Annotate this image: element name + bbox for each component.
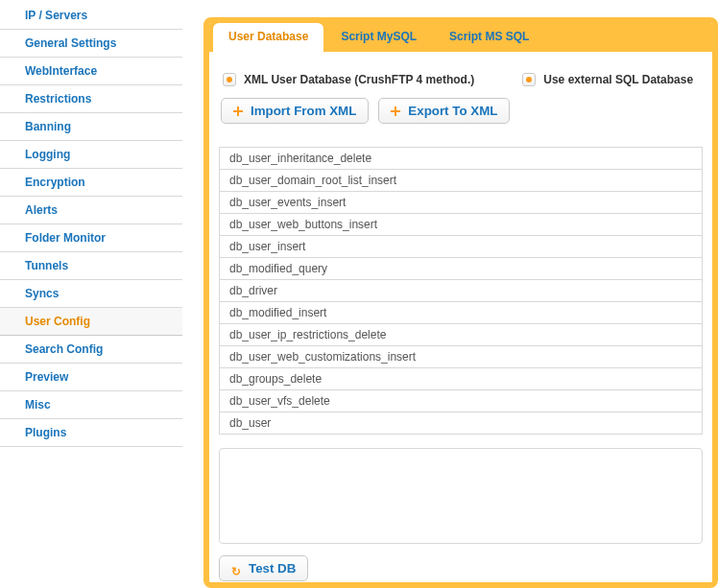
- list-item[interactable]: db_user_web_customizations_insert: [219, 346, 703, 368]
- sidebar-item-label: Encryption: [25, 176, 85, 189]
- sidebar-item-restrictions[interactable]: Restrictions: [0, 85, 182, 113]
- tab-label: Script MySQL: [341, 30, 417, 43]
- radio-dot-icon: [526, 77, 532, 82]
- list-item[interactable]: db_user_insert: [219, 236, 703, 258]
- list-item-label: db_user_ip_restrictions_delete: [229, 328, 386, 341]
- sidebar-item-label: User Config: [25, 315, 90, 328]
- list-item[interactable]: db_driver: [219, 280, 703, 302]
- list-item-label: db_user_inheritance_delete: [229, 152, 371, 165]
- plus-icon: [233, 106, 243, 116]
- sidebar-item-general-settings[interactable]: General Settings: [0, 30, 182, 58]
- import-from-xml-button[interactable]: Import From XML: [221, 98, 369, 124]
- list-item-label: db_modified_insert: [229, 306, 326, 319]
- sidebar-item-label: Search Config: [25, 342, 103, 356]
- db-key-list: db_user_inheritance_delete db_user_domai…: [219, 147, 703, 435]
- sidebar-item-search-config[interactable]: Search Config: [0, 336, 182, 364]
- button-label: Test DB: [249, 561, 296, 576]
- sidebar-item-label: Plugins: [25, 426, 66, 439]
- tab-user-database[interactable]: User Database: [213, 23, 323, 52]
- list-item-label: db_driver: [229, 284, 277, 297]
- sidebar-item-folder-monitor[interactable]: Folder Monitor: [0, 224, 182, 252]
- sidebar-item-misc[interactable]: Misc: [0, 391, 182, 419]
- plus-icon: [391, 106, 400, 116]
- sidebar-item-webinterface[interactable]: WebInterface: [0, 58, 182, 85]
- sidebar-item-plugins[interactable]: Plugins: [0, 419, 182, 447]
- test-db-button[interactable]: Test DB: [219, 555, 308, 581]
- list-item-label: db_user_events_insert: [229, 196, 346, 209]
- tab-label: User Database: [228, 30, 308, 43]
- tab-script-mssql[interactable]: Script MS SQL: [434, 23, 544, 52]
- sidebar-item-label: WebInterface: [25, 64, 97, 78]
- sidebar-item-label: Restrictions: [25, 92, 91, 106]
- query-detail-textarea[interactable]: [219, 448, 703, 544]
- sidebar-item-label: Alerts: [25, 203, 58, 217]
- sidebar-item-label: Misc: [25, 398, 51, 412]
- list-item[interactable]: db_user_inheritance_delete: [219, 148, 703, 170]
- db-mode-radio-group: XML User Database (CrushFTP 4 method.) U…: [219, 73, 703, 86]
- list-item-label: db_groups_delete: [229, 372, 322, 386]
- list-item[interactable]: db_groups_delete: [219, 368, 703, 390]
- list-item-label: db_user_web_buttons_insert: [229, 218, 377, 231]
- button-label: Export To XML: [408, 104, 497, 118]
- sidebar-item-label: General Settings: [25, 36, 116, 50]
- list-item[interactable]: db_user_domain_root_list_insert: [219, 170, 703, 192]
- radio-dot-icon: [227, 77, 232, 82]
- radio-xml-db[interactable]: XML User Database (CrushFTP 4 method.): [223, 73, 474, 86]
- list-item-label: db_user_web_customizations_insert: [229, 350, 416, 364]
- list-item[interactable]: db_user_vfs_delete: [219, 390, 703, 412]
- sidebar-item-syncs[interactable]: Syncs: [0, 280, 182, 308]
- sidebar-item-label: Tunnels: [25, 259, 68, 272]
- radio-icon: [522, 73, 536, 86]
- sidebar-item-banning[interactable]: Banning: [0, 113, 182, 141]
- radio-sql-db[interactable]: Use external SQL Database: [522, 73, 693, 86]
- list-item[interactable]: db_user_events_insert: [219, 192, 703, 214]
- sidebar-item-encryption[interactable]: Encryption: [0, 169, 182, 197]
- tab-script-mysql[interactable]: Script MySQL: [325, 23, 432, 52]
- sidebar-item-label: IP / Servers: [25, 9, 87, 22]
- list-item-label: db_modified_query: [229, 262, 327, 275]
- sidebar-item-tunnels[interactable]: Tunnels: [0, 252, 182, 280]
- sidebar-item-logging[interactable]: Logging: [0, 141, 182, 169]
- refresh-icon: [231, 564, 241, 574]
- sidebar-nav: IP / Servers General Settings WebInterfa…: [0, 0, 182, 588]
- list-item[interactable]: db_user: [219, 412, 703, 435]
- sidebar-item-label: Folder Monitor: [25, 231, 106, 245]
- radio-label: XML User Database (CrushFTP 4 method.): [244, 73, 474, 86]
- sidebar-item-preview[interactable]: Preview: [0, 364, 182, 391]
- sidebar-item-label: Logging: [25, 148, 70, 161]
- radio-label: Use external SQL Database: [543, 73, 693, 86]
- button-label: Import From XML: [251, 104, 356, 118]
- sidebar-item-label: Banning: [25, 120, 71, 133]
- list-item-label: db_user_vfs_delete: [229, 394, 330, 408]
- tab-body: XML User Database (CrushFTP 4 method.) U…: [209, 52, 712, 588]
- sidebar-item-label: Syncs: [25, 287, 59, 300]
- list-item[interactable]: db_modified_insert: [219, 302, 703, 324]
- tab-label: Script MS SQL: [449, 30, 529, 43]
- sidebar-item-user-config[interactable]: User Config: [0, 308, 182, 336]
- list-item-label: db_user_insert: [229, 240, 305, 253]
- xml-action-row: Import From XML Export To XML: [219, 98, 703, 124]
- list-item[interactable]: db_user_ip_restrictions_delete: [219, 324, 703, 346]
- radio-icon: [223, 73, 236, 86]
- list-item-label: db_user_domain_root_list_insert: [229, 174, 396, 187]
- list-item[interactable]: db_modified_query: [219, 258, 703, 280]
- app-root: IP / Servers General Settings WebInterfa…: [0, 0, 718, 588]
- tab-container: User Database Script MySQL Script MS SQL…: [203, 17, 718, 588]
- main-panel: User Database Script MySQL Script MS SQL…: [182, 0, 718, 588]
- sidebar-item-label: Preview: [25, 370, 68, 384]
- sidebar-item-alerts[interactable]: Alerts: [0, 197, 182, 224]
- list-item[interactable]: db_user_web_buttons_insert: [219, 214, 703, 236]
- tab-bar: User Database Script MySQL Script MS SQL: [209, 23, 712, 52]
- list-item-label: db_user: [229, 416, 271, 430]
- export-to-xml-button[interactable]: Export To XML: [378, 98, 510, 124]
- sidebar-item-ip-servers[interactable]: IP / Servers: [0, 2, 182, 30]
